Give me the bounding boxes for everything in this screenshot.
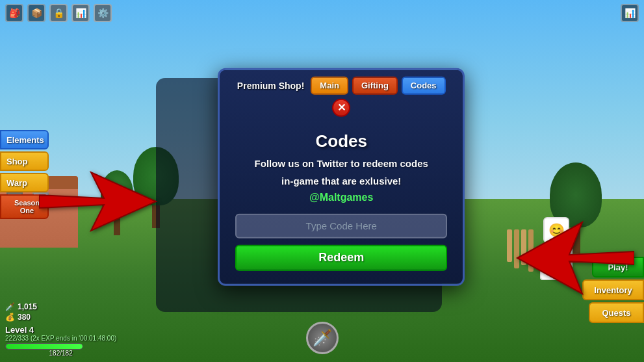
xp-info: 222/333 (2x EXP ends in '00:01:48:00) <box>5 335 116 342</box>
icon-top-right[interactable]: 📊 <box>621 4 639 22</box>
codes-modal: Premium Shop! Main Gifting Codes ✕ Codes… <box>218 68 465 285</box>
arrow-left <box>39 169 169 234</box>
tab-main-button[interactable]: Main <box>311 76 348 94</box>
level-label: Level 4 <box>5 325 116 335</box>
twitter-handle[interactable]: @Maltgames <box>235 191 447 203</box>
level-info: Level 4 222/333 (2x EXP ends in '00:01:4… <box>5 325 116 362</box>
hp-bar-fill <box>6 344 83 349</box>
codes-title: Codes <box>235 131 447 151</box>
icon-package[interactable]: 📦 <box>27 4 45 22</box>
icon-settings[interactable]: ⚙️ <box>94 4 112 22</box>
tab-gifting-button[interactable]: Gifting <box>352 76 398 94</box>
svg-marker-1 <box>517 222 634 294</box>
icon-stats[interactable]: 📊 <box>71 4 90 22</box>
sword-icon: 🗡️ <box>5 302 15 311</box>
gold-icon: 💰 <box>5 313 15 322</box>
gold-stat-row: 💰 380 <box>5 313 37 322</box>
premium-shop-label: Premium Shop! <box>237 80 304 90</box>
modal-body: Codes Follow us on Twitter to redeem cod… <box>220 123 463 270</box>
gold-stat-value: 380 <box>18 313 31 322</box>
player-stats: 🗡️ 1,015 💰 380 <box>5 302 37 323</box>
icon-lock[interactable]: 🔒 <box>49 4 68 22</box>
arrow-right <box>491 219 634 297</box>
code-input-field[interactable] <box>235 213 447 238</box>
weapon-icon[interactable]: 🗡️ <box>306 322 339 354</box>
icon-inventory[interactable]: 🎒 <box>5 4 23 22</box>
quests-button[interactable]: Quests <box>589 302 644 323</box>
elements-button[interactable]: Elements <box>0 130 49 149</box>
svg-marker-0 <box>39 172 156 231</box>
sword-stat-value: 1,015 <box>18 302 37 311</box>
shop-button[interactable]: Shop <box>0 151 49 171</box>
modal-header: Premium Shop! Main Gifting Codes ✕ <box>220 70 463 123</box>
redeem-button[interactable]: Redeem <box>235 244 447 270</box>
tab-codes-button[interactable]: Codes <box>402 76 446 94</box>
hp-text: 182/182 <box>5 350 116 357</box>
codes-description-line2: in-game that are exlusive! <box>235 174 447 187</box>
codes-description-line1: Follow us on Twitter to redeem codes <box>235 156 447 170</box>
hp-bar <box>5 343 83 350</box>
sword-stat-row: 🗡️ 1,015 <box>5 302 37 311</box>
top-bar: 🎒 📦 🔒 📊 ⚙️ 📊 <box>0 0 644 26</box>
modal-close-button[interactable]: ✕ <box>332 98 350 116</box>
